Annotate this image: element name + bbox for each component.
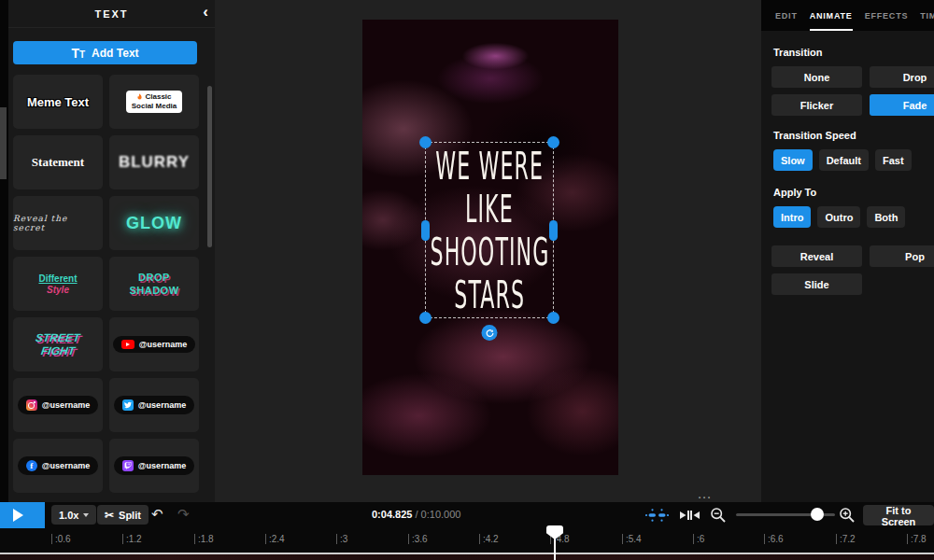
drop-shadow-label-line2: SHADOW (129, 285, 178, 297)
timeline-tick: :5.4 (622, 534, 642, 544)
apply-to-label: Apply To (773, 187, 934, 198)
transition-flicker-button[interactable]: Flicker (771, 94, 862, 116)
resize-handle-top-right[interactable] (547, 136, 559, 148)
text-style-facebook-handle[interactable]: f @username (13, 439, 103, 493)
username-label: @username (138, 461, 186, 470)
text-style-classic-social[interactable]: Classic Social Media (109, 75, 199, 129)
snap-toggle-icon[interactable] (645, 509, 669, 522)
caption-text[interactable]: WE WERE LIKE SHOOTING STARS (426, 143, 553, 317)
glow-label: GLOW (126, 214, 182, 233)
street-fight-label-line2: FIGHT (40, 345, 76, 357)
classic-chip: Classic Social Media (126, 91, 182, 113)
speed-default-button[interactable]: Default (819, 149, 869, 171)
text-style-twitter-handle[interactable]: @username (109, 378, 199, 432)
split-button[interactable]: ✂ Split (97, 505, 149, 525)
text-panel: TEXT ‹ TT Add Text Meme Text Classic Soc… (8, 0, 215, 502)
text-tool-icon: TT (71, 46, 85, 61)
current-time: 0:04.825 (372, 509, 412, 520)
text-style-drop-shadow[interactable]: DROP SHADOW (109, 257, 199, 311)
youtube-handle-pill: @username (113, 336, 195, 353)
caption-line: WE WERE (435, 145, 544, 188)
add-text-button[interactable]: TT Add Text (13, 41, 197, 64)
timeline-tick: :0.6 (51, 534, 71, 544)
instagram-handle-pill: @username (18, 396, 98, 414)
apply-intro-button[interactable]: Intro (773, 206, 811, 228)
transition-none-button[interactable]: None (771, 66, 862, 88)
left-rail-active-item[interactable] (0, 107, 7, 179)
username-label: @username (42, 400, 90, 410)
speed-slow-button[interactable]: Slow (773, 149, 813, 171)
tab-edit[interactable]: EDIT (775, 0, 798, 31)
text-style-meme[interactable]: Meme Text (13, 75, 103, 129)
text-style-street-fight[interactable]: STREET FIGHT (13, 317, 103, 371)
timeline-zoom-knob[interactable] (811, 508, 824, 521)
animation-pop-button[interactable]: Pop (870, 245, 934, 267)
text-style-instagram-handle[interactable]: @username (13, 378, 103, 432)
twitter-handle-pill: @username (114, 396, 194, 414)
transition-speed-label: Transition Speed (773, 130, 934, 141)
video-track-strip[interactable] (0, 553, 934, 560)
street-fight-label-line1: STREET (35, 332, 80, 344)
statement-label: Statement (32, 155, 84, 170)
timeline-ruler[interactable]: :0.6 :1.2 :1.8 :2.4 :3 :3.6 :4.2 :4.8 :5… (0, 528, 934, 553)
timeline-tick: :6 (693, 534, 704, 544)
fit-to-screen-button[interactable]: Fit to Screen (863, 505, 934, 525)
text-style-reveal-secret[interactable]: Reveal the secret (13, 196, 103, 250)
text-style-glow[interactable]: GLOW (109, 196, 199, 250)
inspector-tabs: EDIT ANIMATE EFFECTS TIMING (761, 0, 934, 31)
classic-label-line1: Classic (145, 92, 171, 102)
apply-both-button[interactable]: Both (867, 206, 905, 228)
tab-timing[interactable]: TIMING (920, 0, 934, 31)
text-selection-box[interactable]: WE WERE LIKE SHOOTING STARS (425, 142, 554, 318)
undo-button[interactable]: ↶ (151, 506, 163, 523)
transition-label: Transition (773, 47, 934, 58)
drop-shadow-label-line1: DROP (138, 272, 170, 284)
text-style-statement[interactable]: Statement (13, 135, 103, 189)
time-separator: / (412, 509, 420, 520)
tab-animate[interactable]: ANIMATE (810, 0, 853, 31)
total-time: 0:10.000 (421, 509, 461, 520)
resize-handle-bottom-right[interactable] (547, 312, 559, 324)
fit-clip-icon[interactable] (680, 510, 700, 521)
playhead-line (554, 538, 556, 560)
split-label: Split (119, 510, 141, 521)
twitter-icon (122, 399, 134, 411)
text-style-grid: Meme Text Classic Social Media Statement… (13, 75, 199, 493)
zoom-in-icon[interactable] (839, 507, 856, 524)
style-label: Style (47, 285, 69, 295)
resize-handle-right[interactable] (549, 220, 558, 241)
caption-line: SHOOTING (430, 231, 549, 273)
playback-speed-dropdown[interactable]: 1.0x (51, 505, 96, 525)
timeline-resize-handle[interactable]: ... (663, 489, 747, 500)
animation-slide-button[interactable]: Slide (771, 273, 862, 295)
video-canvas[interactable]: WE WERE LIKE SHOOTING STARS (362, 20, 618, 475)
video-editor-app: TEXT ‹ TT Add Text Meme Text Classic Soc… (0, 0, 934, 560)
resize-handle-left[interactable] (421, 220, 430, 241)
resize-handle-top-left[interactable] (419, 136, 432, 148)
speed-fast-button[interactable]: Fast (875, 149, 912, 171)
apply-outro-button[interactable]: Outro (817, 206, 860, 228)
text-style-different-style[interactable]: Different Style (13, 257, 103, 311)
collapse-panel-icon[interactable]: ‹ (203, 3, 208, 21)
redo-button[interactable]: ↷ (177, 506, 190, 523)
resize-handle-bottom-left[interactable] (419, 312, 432, 324)
transition-options: None Drop Flicker Fade (771, 66, 934, 116)
rotate-handle[interactable] (482, 325, 498, 341)
animation-reveal-button[interactable]: Reveal (771, 245, 862, 267)
rotate-icon (485, 329, 494, 338)
timeline-tick: :2.4 (265, 534, 285, 544)
username-label: @username (42, 461, 90, 470)
zoom-out-icon[interactable] (710, 507, 727, 524)
text-style-twitch-handle[interactable]: @username (109, 439, 199, 493)
tab-effects[interactable]: EFFECTS (865, 0, 909, 31)
youtube-icon (121, 340, 134, 349)
text-style-youtube-handle[interactable]: @username (109, 317, 199, 371)
text-style-blurry[interactable]: BLURRY (109, 135, 199, 189)
transition-drop-button[interactable]: Drop (870, 66, 934, 88)
left-rail[interactable] (0, 0, 8, 502)
play-button[interactable] (0, 502, 45, 528)
panel-scrollbar[interactable] (207, 86, 212, 247)
timeline-tick: :1.8 (194, 534, 214, 544)
chevron-down-icon (83, 513, 89, 517)
transition-fade-button[interactable]: Fade (870, 94, 934, 116)
